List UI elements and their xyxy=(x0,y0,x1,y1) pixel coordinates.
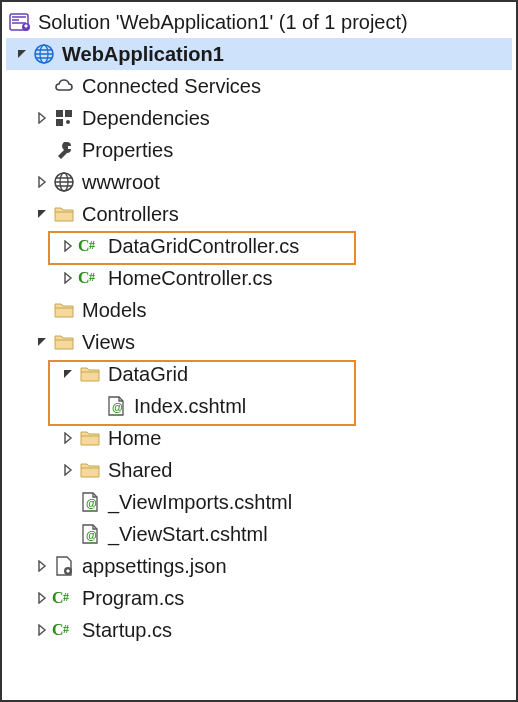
expander-closed-icon[interactable] xyxy=(58,268,78,288)
csharp-file-icon: C# xyxy=(78,234,102,258)
datagrid-folder-label: DataGrid xyxy=(108,363,188,386)
tree-row-wwwroot[interactable]: wwwroot xyxy=(6,166,512,198)
expander-closed-icon[interactable] xyxy=(32,556,52,576)
expander-closed-icon[interactable] xyxy=(32,172,52,192)
solution-icon xyxy=(8,10,32,34)
cshtml-file-icon: @ xyxy=(78,522,102,546)
expander-closed-icon[interactable] xyxy=(58,428,78,448)
csharp-file-icon: C# xyxy=(78,266,102,290)
folder-icon xyxy=(78,426,102,450)
cshtml-file-icon: @ xyxy=(104,394,128,418)
svg-text:#: # xyxy=(63,622,69,636)
wwwroot-label: wwwroot xyxy=(82,171,160,194)
folder-icon xyxy=(52,202,76,226)
datagrid-controller-label: DataGridController.cs xyxy=(108,235,299,258)
tree-row-startup[interactable]: C# Startup.cs xyxy=(6,614,512,646)
dependencies-icon xyxy=(52,106,76,130)
program-label: Program.cs xyxy=(82,587,184,610)
svg-text:C: C xyxy=(52,589,64,606)
tree-row-properties[interactable]: Properties xyxy=(6,134,512,166)
svg-text:#: # xyxy=(89,270,95,284)
tree-row-datagrid-controller[interactable]: C# DataGridController.cs xyxy=(6,230,512,262)
json-file-icon xyxy=(52,554,76,578)
tree-row-connected-services[interactable]: Connected Services xyxy=(6,70,512,102)
tree-row-program[interactable]: C# Program.cs xyxy=(6,582,512,614)
wrench-icon xyxy=(52,138,76,162)
folder-icon xyxy=(52,298,76,322)
models-label: Models xyxy=(82,299,146,322)
tree-row-viewimports[interactable]: @ _ViewImports.cshtml xyxy=(6,486,512,518)
tree-row-shared-folder[interactable]: Shared xyxy=(6,454,512,486)
appsettings-label: appsettings.json xyxy=(82,555,227,578)
svg-point-7 xyxy=(66,120,70,124)
svg-text:C: C xyxy=(78,269,90,286)
tree-row-datagrid-folder[interactable]: DataGrid xyxy=(6,358,512,390)
expander-closed-icon[interactable] xyxy=(32,108,52,128)
expander-open-icon[interactable] xyxy=(12,44,32,64)
expander-closed-icon[interactable] xyxy=(32,620,52,640)
shared-folder-label: Shared xyxy=(108,459,173,482)
svg-text:C: C xyxy=(78,237,90,254)
csharp-file-icon: C# xyxy=(52,618,76,642)
svg-rect-5 xyxy=(65,110,72,117)
connected-services-label: Connected Services xyxy=(82,75,261,98)
solution-label: Solution 'WebApplication1' (1 of 1 proje… xyxy=(38,11,408,34)
expander-open-icon[interactable] xyxy=(32,332,52,352)
svg-text:C: C xyxy=(52,621,64,638)
svg-text:@: @ xyxy=(86,497,97,509)
expander-closed-icon[interactable] xyxy=(32,588,52,608)
folder-icon xyxy=(52,330,76,354)
tree-row-viewstart[interactable]: @ _ViewStart.cshtml xyxy=(6,518,512,550)
web-project-icon xyxy=(32,42,56,66)
dependencies-label: Dependencies xyxy=(82,107,210,130)
viewimports-label: _ViewImports.cshtml xyxy=(108,491,292,514)
globe-icon xyxy=(52,170,76,194)
svg-text:@: @ xyxy=(112,401,123,413)
tree-row-models[interactable]: Models xyxy=(6,294,512,326)
svg-text:@: @ xyxy=(86,529,97,541)
tree-row-dependencies[interactable]: Dependencies xyxy=(6,102,512,134)
tree-row-index-cshtml[interactable]: @ Index.cshtml xyxy=(6,390,512,422)
csharp-file-icon: C# xyxy=(52,586,76,610)
tree-row-project[interactable]: WebApplication1 xyxy=(6,38,512,70)
folder-icon xyxy=(78,362,102,386)
tree-row-controllers[interactable]: Controllers xyxy=(6,198,512,230)
tree-row-views[interactable]: Views xyxy=(6,326,512,358)
folder-icon xyxy=(78,458,102,482)
views-label: Views xyxy=(82,331,135,354)
svg-rect-4 xyxy=(56,110,63,117)
cloud-icon xyxy=(52,74,76,98)
expander-open-icon[interactable] xyxy=(32,204,52,224)
svg-text:#: # xyxy=(63,590,69,604)
tree-row-solution[interactable]: Solution 'WebApplication1' (1 of 1 proje… xyxy=(6,6,512,38)
controllers-label: Controllers xyxy=(82,203,179,226)
startup-label: Startup.cs xyxy=(82,619,172,642)
index-cshtml-label: Index.cshtml xyxy=(134,395,246,418)
expander-closed-icon[interactable] xyxy=(58,236,78,256)
properties-label: Properties xyxy=(82,139,173,162)
cshtml-file-icon: @ xyxy=(78,490,102,514)
svg-text:#: # xyxy=(89,238,95,252)
project-label: WebApplication1 xyxy=(62,43,224,66)
tree-row-home-folder[interactable]: Home xyxy=(6,422,512,454)
expander-closed-icon[interactable] xyxy=(58,460,78,480)
home-folder-label: Home xyxy=(108,427,161,450)
tree-row-appsettings[interactable]: appsettings.json xyxy=(6,550,512,582)
solution-explorer-tree: Solution 'WebApplication1' (1 of 1 proje… xyxy=(6,6,512,646)
svg-rect-6 xyxy=(56,119,63,126)
tree-row-home-controller[interactable]: C# HomeController.cs xyxy=(6,262,512,294)
expander-open-icon[interactable] xyxy=(58,364,78,384)
home-controller-label: HomeController.cs xyxy=(108,267,273,290)
viewstart-label: _ViewStart.cshtml xyxy=(108,523,268,546)
